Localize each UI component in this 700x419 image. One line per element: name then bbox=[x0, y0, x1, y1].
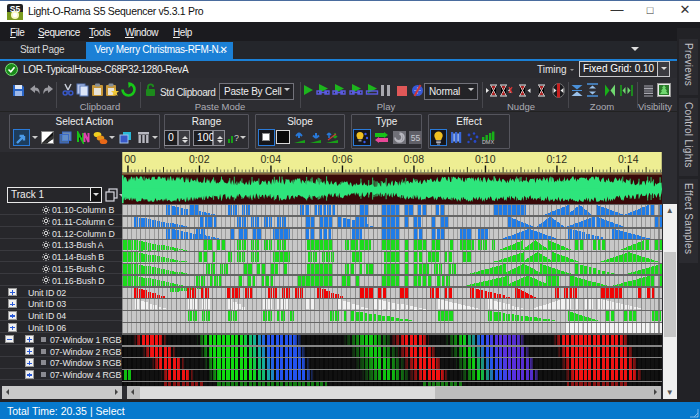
svg-text:0:12: 0:12 bbox=[547, 153, 568, 165]
svg-text:?: ? bbox=[234, 133, 239, 143]
svg-text:0:06: 0:06 bbox=[332, 153, 353, 165]
svg-text:0:14: 0:14 bbox=[618, 153, 639, 165]
svg-text:0:04: 0:04 bbox=[261, 153, 282, 165]
svg-text:00: 00 bbox=[124, 153, 136, 165]
svg-text:0:02: 0:02 bbox=[189, 153, 210, 165]
svg-text:0:10: 0:10 bbox=[475, 153, 496, 165]
svg-text:55: 55 bbox=[411, 133, 421, 143]
svg-text:0:08: 0:08 bbox=[404, 153, 425, 165]
svg-text:S5: S5 bbox=[10, 4, 21, 14]
svg-text:DMX: DMX bbox=[482, 139, 495, 145]
